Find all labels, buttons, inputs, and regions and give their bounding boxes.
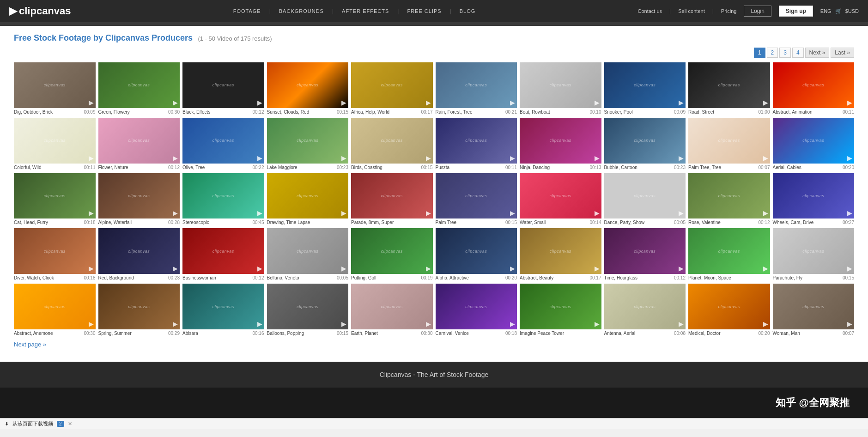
video-item[interactable]: clipcanvas▶Abstract, Anemone00:30 (14, 284, 96, 336)
play-button[interactable]: ▶ (173, 265, 178, 272)
video-item[interactable]: clipcanvas▶Drawing, Time Lapse (267, 173, 349, 226)
sell-content-link[interactable]: Sell content (678, 8, 704, 14)
play-button[interactable]: ▶ (763, 154, 768, 162)
play-button[interactable]: ▶ (426, 99, 431, 106)
video-item[interactable]: clipcanvas▶Water, Small00:14 (520, 173, 601, 226)
next-page-link[interactable]: Next page » (14, 341, 46, 348)
play-button[interactable]: ▶ (595, 209, 600, 217)
play-button[interactable]: ▶ (510, 320, 515, 328)
play-button[interactable]: ▶ (679, 154, 684, 162)
nav-blog[interactable]: BLOG (460, 8, 476, 14)
video-item[interactable]: clipcanvas▶Businesswoman00:12 (182, 228, 264, 281)
page-3[interactable]: 3 (779, 48, 791, 58)
play-button[interactable]: ▶ (510, 265, 515, 272)
play-button[interactable]: ▶ (173, 99, 178, 106)
next-page-btn[interactable]: Next » (805, 48, 830, 58)
video-item[interactable]: clipcanvas▶Putting, Golf00:19 (351, 228, 433, 281)
video-item[interactable]: clipcanvas▶Earth, Planet00:30 (351, 284, 433, 336)
video-item[interactable]: clipcanvas▶Black, Effects00:12 (182, 62, 264, 115)
play-button[interactable]: ▶ (510, 209, 515, 217)
video-item[interactable]: clipcanvas▶Balloons, Popping00:15 (267, 284, 349, 336)
play-button[interactable]: ▶ (257, 320, 262, 328)
nav-after-effects[interactable]: AFTER EFFECTS (342, 8, 389, 14)
last-page-btn[interactable]: Last » (831, 48, 854, 58)
video-item[interactable]: clipcanvas▶Boat, Rowboat00:10 (520, 62, 601, 115)
play-button[interactable]: ▶ (426, 265, 431, 272)
video-item[interactable]: clipcanvas▶Cat, Head, Furry00:18 (14, 173, 96, 226)
video-item[interactable]: clipcanvas▶Alpha, Attractive00:20 (436, 228, 517, 281)
video-item[interactable]: clipcanvas▶Colorful, Wild00:11 (14, 118, 96, 170)
contact-link[interactable]: Contact us (637, 8, 662, 14)
play-button[interactable]: ▶ (89, 154, 94, 162)
play-button[interactable]: ▶ (679, 99, 684, 106)
play-button[interactable]: ▶ (341, 99, 346, 106)
video-item[interactable]: clipcanvas▶Abstract, Beauty00:17 (520, 228, 601, 281)
video-item[interactable]: clipcanvas▶Diver, Watch, Clock00:18 (14, 228, 96, 281)
play-button[interactable]: ▶ (847, 154, 852, 162)
video-item[interactable]: clipcanvas▶Sunset, Clouds, Red00:15 (267, 62, 349, 115)
video-item[interactable]: clipcanvas▶Planet, Moon, Space (688, 228, 770, 281)
play-button[interactable]: ▶ (763, 320, 768, 328)
page-2[interactable]: 2 (767, 48, 778, 58)
play-button[interactable]: ▶ (595, 320, 600, 328)
play-button[interactable]: ▶ (173, 209, 178, 217)
video-item[interactable]: clipcanvas▶Woman, Man00:07 (773, 284, 855, 336)
video-item[interactable]: clipcanvas▶Stereoscopic00:45 (182, 173, 264, 226)
play-button[interactable]: ▶ (679, 209, 684, 217)
play-button[interactable]: ▶ (341, 154, 346, 162)
play-button[interactable]: ▶ (257, 209, 262, 217)
video-item[interactable]: clipcanvas▶Palm Tree00:15 (436, 173, 517, 226)
signup-button[interactable]: Sign up (779, 6, 813, 17)
nav-backgrounds[interactable]: BACKGROUNDS (279, 8, 324, 14)
play-button[interactable]: ▶ (257, 154, 262, 162)
video-item[interactable]: clipcanvas▶Alpine, Waterfall00:28 (98, 173, 180, 226)
play-button[interactable]: ▶ (847, 320, 852, 328)
video-item[interactable]: clipcanvas▶Puszta00:11 (436, 118, 517, 170)
download-close[interactable]: ✕ (68, 421, 72, 427)
video-item[interactable]: clipcanvas▶Medical, Doctor00:20 (688, 284, 770, 336)
play-button[interactable]: ▶ (341, 320, 346, 328)
play-button[interactable]: ▶ (341, 209, 346, 217)
play-button[interactable]: ▶ (510, 154, 515, 162)
video-item[interactable]: clipcanvas▶Snooker, Pool00:09 (604, 62, 686, 115)
video-item[interactable]: clipcanvas▶Aerial, Cables00:20 (773, 118, 855, 170)
currency-label[interactable]: $USD (845, 8, 859, 14)
play-button[interactable]: ▶ (595, 265, 600, 272)
video-item[interactable]: clipcanvas▶Time, Hourglass00:12 (604, 228, 686, 281)
play-button[interactable]: ▶ (89, 209, 94, 217)
video-item[interactable]: clipcanvas▶Dance, Party, Show00:05 (604, 173, 686, 226)
play-button[interactable]: ▶ (763, 265, 768, 272)
play-button[interactable]: ▶ (595, 99, 600, 106)
nav-free-clips[interactable]: FREE CLIPS (407, 8, 441, 14)
play-button[interactable]: ▶ (426, 154, 431, 162)
play-button[interactable]: ▶ (173, 320, 178, 328)
play-button[interactable]: ▶ (847, 99, 852, 106)
cart-icon[interactable]: 🛒 (835, 8, 842, 14)
play-button[interactable]: ▶ (763, 99, 768, 106)
video-item[interactable]: clipcanvas▶Carnival, Venice00:18 (436, 284, 517, 336)
play-button[interactable]: ▶ (89, 265, 94, 272)
play-button[interactable]: ▶ (89, 320, 94, 328)
play-button[interactable]: ▶ (257, 99, 262, 106)
play-button[interactable]: ▶ (595, 154, 600, 162)
play-button[interactable]: ▶ (679, 320, 684, 328)
play-button[interactable]: ▶ (763, 209, 768, 217)
video-item[interactable]: clipcanvas▶Red, Background00:23 (98, 228, 180, 281)
video-item[interactable]: clipcanvas▶Parade, 8mm, Super (351, 173, 433, 226)
video-item[interactable]: clipcanvas▶Antenna, Aerial00:08 (604, 284, 686, 336)
video-item[interactable]: clipcanvas▶Palm Tree, Tree00:07 (688, 118, 770, 170)
play-button[interactable]: ▶ (426, 209, 431, 217)
video-item[interactable]: clipcanvas▶Imagine Peace Tower (520, 284, 601, 336)
play-button[interactable]: ▶ (679, 265, 684, 272)
play-button[interactable]: ▶ (426, 320, 431, 328)
video-item[interactable]: clipcanvas▶Birds, Coasting00:15 (351, 118, 433, 170)
video-item[interactable]: clipcanvas▶Rose, Valentine00:12 (688, 173, 770, 226)
video-item[interactable]: clipcanvas▶Bubble, Cartoon00:23 (604, 118, 686, 170)
video-item[interactable]: clipcanvas▶Abstract, Animation00:11 (773, 62, 855, 115)
video-item[interactable]: clipcanvas▶Belluno, Veneto00:05 (267, 228, 349, 281)
login-button[interactable]: Login (744, 6, 771, 17)
page-1[interactable]: 1 (754, 48, 765, 58)
video-item[interactable]: clipcanvas▶Lake Maggiore00:23 (267, 118, 349, 170)
play-button[interactable]: ▶ (173, 154, 178, 162)
video-item[interactable]: clipcanvas▶Flower, Nature00:12 (98, 118, 180, 170)
